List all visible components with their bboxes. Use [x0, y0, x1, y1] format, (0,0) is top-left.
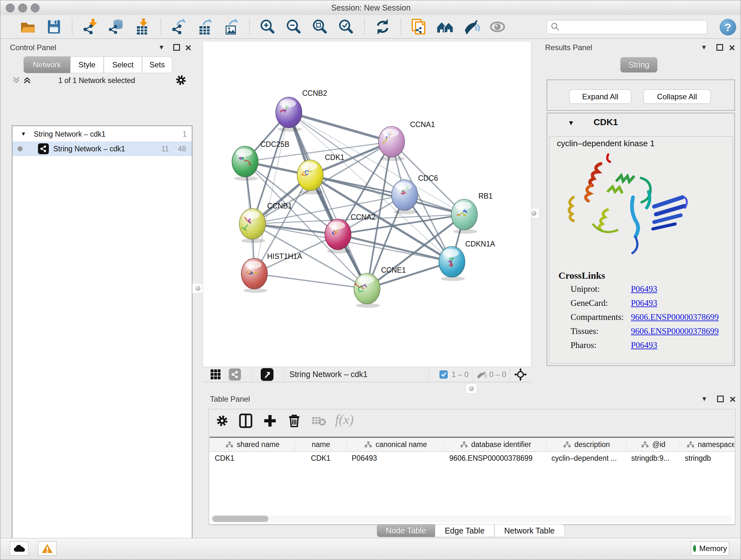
- hide-graphics-details-button[interactable]: [462, 18, 480, 36]
- crosslink-value-link[interactable]: 9606.ENSP00000378699: [631, 312, 719, 322]
- export-image-button[interactable]: [222, 18, 240, 36]
- edge-CCNB2-CCNA1[interactable]: [289, 112, 392, 142]
- table-panel-menu-icon[interactable]: ▼: [701, 395, 708, 402]
- protein-collapse-icon[interactable]: ▼: [568, 119, 575, 127]
- cell-shared-name[interactable]: CDK1: [210, 452, 295, 464]
- string-toolbar-icon[interactable]: [229, 368, 241, 381]
- zoom-out-icon: [285, 18, 303, 36]
- node-RB1[interactable]: RB1: [451, 192, 493, 234]
- crosslink-value-link[interactable]: P06493: [631, 298, 657, 308]
- show-graphics-details-button[interactable]: [488, 18, 507, 36]
- left-splitter-handle[interactable]: [192, 283, 204, 294]
- results-panel-menu-icon[interactable]: ▼: [701, 44, 707, 51]
- birds-eye-grid-icon[interactable]: [210, 369, 221, 381]
- refresh-network-button[interactable]: [374, 18, 392, 36]
- tab-style[interactable]: Style: [70, 57, 104, 73]
- results-panel-float-icon[interactable]: [717, 44, 723, 51]
- cell-canonical-name[interactable]: P06493: [347, 452, 444, 464]
- zoom-out-button[interactable]: [285, 18, 303, 36]
- column-header-name[interactable]: name: [295, 438, 347, 452]
- import-network-database-button[interactable]: [108, 18, 125, 36]
- table-gear-icon[interactable]: [215, 414, 229, 429]
- export-table-button[interactable]: [196, 18, 214, 36]
- search-icon: [550, 22, 560, 33]
- tab-network-table[interactable]: Network Table: [494, 524, 564, 537]
- network-row-selected[interactable]: String Network – cdk1 11 48: [12, 141, 192, 156]
- column-header-shared-name[interactable]: shared name: [210, 438, 295, 452]
- selected-nodes-checkbox-icon[interactable]: [440, 370, 448, 379]
- edge-CCNB2-HIST1H1A[interactable]: [254, 112, 289, 273]
- import-table-button[interactable]: [134, 18, 151, 36]
- tab-network[interactable]: Network: [23, 57, 70, 73]
- export-network-button[interactable]: [170, 18, 188, 36]
- column-header-namespace[interactable]: namespace: [680, 438, 734, 452]
- node-HIST1H1A[interactable]: HIST1H1A: [241, 252, 302, 293]
- edge-CCNB2-CCNE1[interactable]: [289, 112, 367, 289]
- table-hscrollbar-thumb[interactable]: [212, 516, 268, 522]
- column-header-database-identifier[interactable]: database identifier: [444, 438, 546, 452]
- open-session-button[interactable]: [19, 18, 37, 36]
- crosslink-value-link[interactable]: P06493: [631, 284, 657, 294]
- import-network-button[interactable]: [81, 18, 99, 36]
- tab-node-table[interactable]: Node Table: [377, 524, 435, 537]
- column-header-canonical-name[interactable]: canonical name: [347, 438, 444, 452]
- show-columns-icon[interactable]: [238, 413, 253, 429]
- warnings-button[interactable]: [38, 542, 57, 556]
- control-panel-title: Control Panel: [10, 43, 56, 52]
- edge-HIST1H1A-CCNE1[interactable]: [254, 273, 367, 289]
- cloud-button[interactable]: [10, 542, 28, 556]
- cell--id[interactable]: stringdb:9...: [626, 452, 680, 464]
- node-CCNB2[interactable]: CCNB2: [276, 89, 327, 132]
- node-CCNE1[interactable]: CCNE1: [354, 266, 406, 308]
- control-panel-float-icon[interactable]: [173, 44, 180, 51]
- search-input[interactable]: [560, 23, 707, 32]
- network-options-gear-icon[interactable]: [175, 74, 187, 88]
- zoom-fit-button[interactable]: [311, 18, 329, 36]
- collection-collapse-icon[interactable]: ▼: [21, 131, 26, 137]
- expand-all-button[interactable]: Expand All: [569, 89, 631, 104]
- hidden-eye-icon[interactable]: [476, 370, 487, 381]
- network-edge-count: 48: [178, 145, 186, 153]
- tab-select[interactable]: Select: [104, 57, 142, 73]
- crosslink-value-link[interactable]: P06493: [631, 340, 657, 350]
- node-CDC25B[interactable]: CDC25B: [232, 140, 289, 181]
- column-header--id[interactable]: @id: [626, 438, 680, 452]
- table-panel-close-icon[interactable]: ✕: [729, 395, 736, 405]
- houses-button[interactable]: [436, 18, 454, 36]
- table-hscrollbar[interactable]: [211, 515, 732, 522]
- help-button[interactable]: ?: [720, 19, 736, 36]
- table-tabs: Node Table Edge Table Network Table: [377, 524, 564, 537]
- network-canvas[interactable]: CCNB2CCNA1CDC25BCDK1CDC6RB1CCNB1CCNA2CDK…: [203, 42, 531, 367]
- column-header-description[interactable]: description: [546, 438, 626, 452]
- save-session-button[interactable]: [45, 18, 63, 36]
- delete-column-icon[interactable]: [286, 413, 302, 429]
- cell-namespace[interactable]: stringdb: [680, 452, 734, 464]
- zoom-selected-button[interactable]: [337, 18, 355, 36]
- refresh-network-icon: [374, 18, 392, 36]
- cell-database-identifier[interactable]: 9606.ENSP00000378699: [444, 452, 546, 464]
- delete-table-icon[interactable]: [312, 415, 326, 428]
- add-column-icon[interactable]: [262, 413, 278, 429]
- hide-graphics-details-icon: [462, 18, 480, 36]
- fit-crosshair-icon[interactable]: [514, 368, 527, 382]
- cell-name[interactable]: CDK1: [295, 452, 347, 464]
- clone-network-button[interactable]: [410, 18, 428, 36]
- tab-string[interactable]: String: [620, 57, 657, 72]
- export-view-icon[interactable]: [261, 368, 273, 381]
- tab-sets[interactable]: Sets: [142, 57, 172, 73]
- node-CDKN1A[interactable]: CDKN1A: [439, 240, 495, 281]
- tab-edge-table[interactable]: Edge Table: [435, 524, 494, 537]
- save-session-icon: [45, 18, 63, 36]
- network-collection-row[interactable]: ▼ String Network – cdk1 1: [12, 127, 192, 141]
- node-CCNA1[interactable]: CCNA1: [379, 120, 435, 161]
- control-panel-close-icon[interactable]: ✕: [185, 43, 192, 53]
- crosslink-value-link[interactable]: 9606.ENSP00000378699: [631, 326, 719, 336]
- control-panel-menu-icon[interactable]: ▼: [158, 44, 165, 51]
- collapse-all-button[interactable]: Collapse All: [643, 89, 711, 104]
- zoom-in-button[interactable]: [259, 18, 277, 36]
- memory-button[interactable]: Memory: [691, 542, 729, 556]
- results-panel-close-icon[interactable]: ✕: [729, 43, 736, 53]
- table-panel-float-icon[interactable]: [717, 395, 724, 402]
- function-builder-icon[interactable]: f(x): [335, 412, 354, 427]
- cell-description[interactable]: cyclin–dependent ...: [546, 452, 626, 464]
